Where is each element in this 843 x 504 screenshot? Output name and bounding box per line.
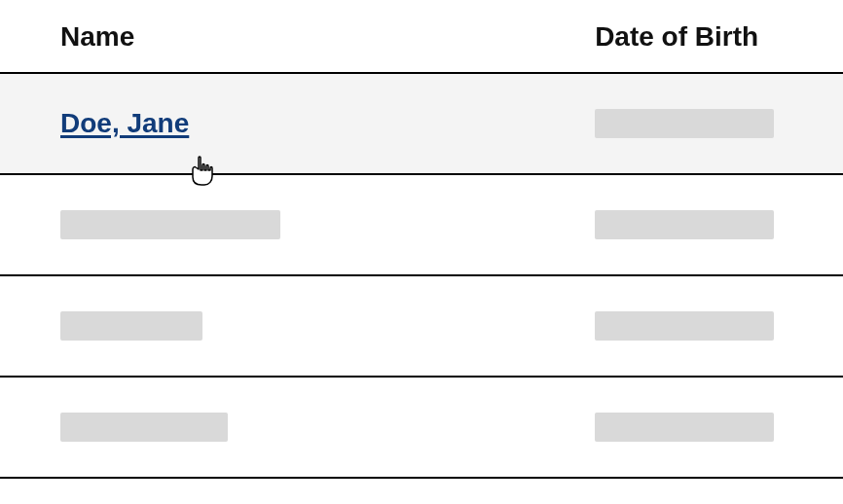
dob-placeholder [595, 311, 774, 341]
dob-placeholder [595, 413, 774, 442]
name-placeholder [60, 210, 280, 239]
table-header-row: Name Date of Birth [0, 4, 843, 73]
table-row[interactable] [0, 174, 843, 275]
dob-placeholder [595, 109, 774, 138]
name-placeholder [60, 311, 202, 341]
patient-table: Name Date of Birth Doe, Jane [0, 4, 843, 479]
table-row[interactable]: Doe, Jane [0, 73, 843, 174]
column-header-name: Name [0, 4, 595, 73]
table-row[interactable] [0, 377, 843, 478]
column-header-dob: Date of Birth [595, 4, 843, 73]
patient-name-link[interactable]: Doe, Jane [60, 108, 189, 139]
name-placeholder [60, 413, 228, 442]
dob-placeholder [595, 210, 774, 239]
table-row[interactable] [0, 275, 843, 377]
